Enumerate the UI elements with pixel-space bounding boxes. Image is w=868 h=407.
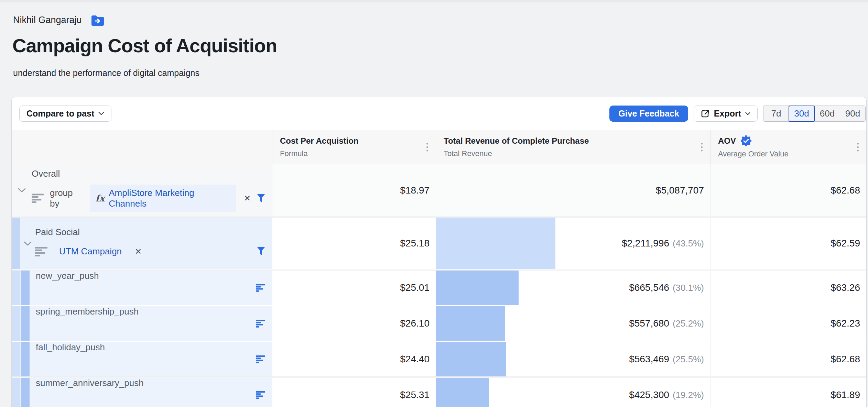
row-label: spring_membership_push bbox=[36, 306, 139, 341]
column-title: Total Revenue of Complete Purchase bbox=[444, 136, 589, 146]
header-cost-per-acquisition[interactable]: Cost Per Acquistion Formula bbox=[272, 130, 436, 164]
filter-funnel-icon[interactable] bbox=[257, 247, 265, 256]
breadcrumb-user[interactable]: Nikhil Gangaraju bbox=[13, 15, 82, 25]
indent-bar bbox=[21, 378, 30, 407]
move-to-folder-icon[interactable] bbox=[91, 14, 104, 26]
collapse-chevron-icon[interactable] bbox=[12, 164, 32, 216]
aov-value: $61.89 bbox=[831, 389, 860, 400]
chevron-down-icon bbox=[745, 112, 750, 116]
row-label-cell: spring_membership_push bbox=[12, 306, 272, 341]
aov-value: $62.68 bbox=[831, 185, 860, 196]
range-90d[interactable]: 90d bbox=[840, 106, 865, 121]
row-label-cell: Paid Social UTM Campaign ✕ bbox=[12, 218, 272, 269]
cost-value: $24.40 bbox=[400, 354, 430, 365]
aov-cell: $63.26 bbox=[710, 271, 866, 305]
indent-bar bbox=[12, 306, 20, 341]
toolbar: Compare to past Give Feedback Export 7d … bbox=[12, 97, 866, 130]
export-icon bbox=[701, 109, 710, 118]
indent-bar bbox=[21, 271, 30, 305]
table-row-spring-membership-push[interactable]: spring_membership_push $26.10 $557,680 (… bbox=[12, 306, 866, 341]
revenue-value: $557,680 bbox=[629, 318, 669, 329]
aov-cell: $62.68 bbox=[710, 342, 866, 376]
export-button[interactable]: Export bbox=[694, 106, 758, 122]
cost-cell: $25.31 bbox=[272, 378, 436, 407]
page-subtitle: understand the performance of digital ca… bbox=[13, 68, 199, 78]
pill-label: UTM Campaign bbox=[59, 246, 122, 257]
row-label-cell: fall_holiday_push bbox=[12, 342, 272, 376]
group-by-pill[interactable]: UTM Campaign bbox=[54, 243, 127, 260]
cost-cell: $26.10 bbox=[272, 306, 436, 341]
row-label: Paid Social bbox=[35, 227, 272, 238]
breakdown-bars-icon[interactable] bbox=[256, 271, 265, 305]
row-label: fall_holiday_push bbox=[36, 342, 105, 376]
breakdown-bars-icon[interactable] bbox=[256, 378, 265, 407]
header-aov[interactable]: AOV Average Order Value bbox=[710, 130, 866, 164]
compare-to-past-label: Compare to past bbox=[26, 109, 94, 119]
remove-group-by-icon[interactable]: ✕ bbox=[244, 194, 251, 203]
page-title: Campaign Cost of Acquisition bbox=[12, 34, 277, 57]
cost-value: $25.31 bbox=[400, 389, 430, 400]
range-60d[interactable]: 60d bbox=[814, 106, 840, 121]
indent-bar bbox=[12, 378, 20, 407]
cost-value: $18.97 bbox=[400, 185, 430, 196]
breadcrumb: Nikhil Gangaraju bbox=[13, 14, 104, 26]
give-feedback-button[interactable]: Give Feedback bbox=[609, 106, 688, 122]
revenue-cell: $563,469 (25.5%) bbox=[436, 342, 710, 376]
range-30d[interactable]: 30d bbox=[789, 106, 815, 122]
header-total-revenue[interactable]: Total Revenue of Complete Purchase Total… bbox=[436, 130, 710, 164]
cost-cell: $25.18 bbox=[272, 218, 436, 269]
revenue-value: $425,300 bbox=[629, 389, 669, 400]
column-menu-icon[interactable] bbox=[857, 143, 859, 151]
window-edge bbox=[0, 0, 868, 2]
report-panel: Compare to past Give Feedback Export 7d … bbox=[11, 97, 867, 407]
aov-value: $62.68 bbox=[831, 354, 860, 365]
indent-bar bbox=[21, 306, 30, 341]
range-7d[interactable]: 7d bbox=[763, 106, 789, 121]
revenue-percent: (30.1%) bbox=[673, 283, 704, 293]
row-label: Overall bbox=[32, 168, 272, 179]
compare-to-past-button[interactable]: Compare to past bbox=[19, 106, 111, 122]
revenue-cell: $665,546 (30.1%) bbox=[436, 271, 710, 305]
group-by-pill[interactable]: fx AmpliStore Marketing Channels bbox=[90, 185, 236, 212]
table-header: Cost Per Acquistion Formula Total Revenu… bbox=[12, 130, 866, 164]
group-by-icon bbox=[35, 247, 47, 256]
revenue-bar bbox=[436, 342, 506, 376]
table-row-fall-holiday-push[interactable]: fall_holiday_push $24.40 $563,469 (25.5%… bbox=[12, 342, 866, 377]
cost-cell: $24.40 bbox=[272, 342, 436, 376]
group-by-icon bbox=[32, 194, 44, 203]
column-menu-icon[interactable] bbox=[426, 143, 428, 151]
revenue-cell: $5,087,707 bbox=[436, 164, 710, 216]
column-subtitle: Average Order Value bbox=[718, 150, 866, 158]
revenue-cell: $557,680 (25.2%) bbox=[436, 306, 710, 341]
table-row-overall[interactable]: Overall group by fx AmpliStore Marketing… bbox=[12, 164, 866, 217]
revenue-percent: (25.2%) bbox=[673, 318, 704, 329]
revenue-cell: $2,211,996 (43.5%) bbox=[436, 218, 710, 269]
column-menu-icon[interactable] bbox=[701, 143, 703, 151]
revenue-percent: (25.5%) bbox=[673, 354, 704, 365]
collapse-chevron-icon[interactable] bbox=[20, 218, 35, 269]
aov-value: $63.26 bbox=[831, 282, 860, 293]
give-feedback-label: Give Feedback bbox=[618, 109, 679, 119]
verified-badge-icon bbox=[741, 135, 751, 146]
table-row-new-year-push[interactable]: new_year_push $25.01 $665,546 (30.1%) $6… bbox=[12, 270, 866, 305]
breakdown-bars-icon[interactable] bbox=[256, 306, 265, 341]
cost-cell: $18.97 bbox=[272, 164, 436, 216]
filter-funnel-icon[interactable] bbox=[257, 194, 265, 203]
row-label: summer_anniversary_push bbox=[36, 378, 144, 407]
breakdown-bars-icon[interactable] bbox=[256, 342, 265, 376]
table-row-summer-anniversary-push[interactable]: summer_anniversary_push $25.31 $425,300 … bbox=[12, 377, 866, 407]
revenue-value: $2,211,996 bbox=[622, 238, 669, 249]
cost-value: $25.01 bbox=[400, 282, 430, 293]
row-label-cell: Overall group by fx AmpliStore Marketing… bbox=[12, 164, 272, 216]
aov-cell: $62.59 bbox=[710, 218, 866, 269]
revenue-bar bbox=[436, 218, 555, 269]
remove-group-by-icon[interactable]: ✕ bbox=[135, 247, 142, 256]
cost-value: $26.10 bbox=[400, 318, 430, 329]
revenue-bar bbox=[436, 378, 489, 407]
row-label-cell: new_year_push bbox=[12, 271, 272, 305]
revenue-percent: (43.5%) bbox=[673, 238, 704, 249]
revenue-percent: (19.2%) bbox=[673, 390, 704, 400]
column-subtitle: Formula bbox=[280, 149, 436, 158]
table-row-paid-social[interactable]: Paid Social UTM Campaign ✕ $25.18 bbox=[12, 217, 866, 270]
column-title: Cost Per Acquistion bbox=[280, 136, 358, 146]
